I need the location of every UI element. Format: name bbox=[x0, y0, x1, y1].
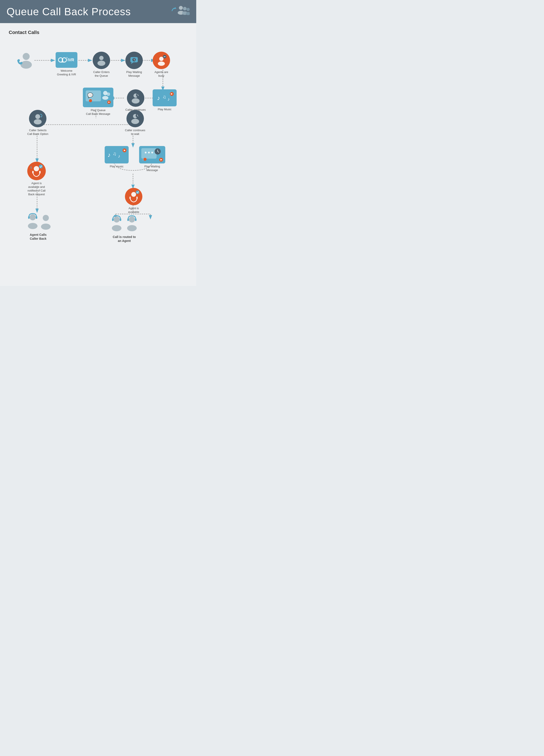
ivr-box: + IVR bbox=[56, 52, 77, 68]
svg-point-85 bbox=[148, 152, 150, 153]
call-routed-label: Call is routed toan Agent bbox=[113, 235, 136, 243]
page-header: Queue Call Back Process bbox=[0, 0, 196, 23]
agent-available-notified-node: Agent isavailable andnotified of CallBac… bbox=[27, 162, 46, 196]
caller-continues-wait2-node: Caller continuesto wait bbox=[125, 110, 145, 136]
svg-point-103 bbox=[112, 225, 121, 231]
play-queue-callback-node: 💬 Play QueueCall Back Message bbox=[83, 88, 113, 116]
callback-box-icon: 💬 bbox=[84, 89, 112, 106]
play-queue-callback-box: 💬 bbox=[83, 88, 113, 107]
play-music2-label: Play music bbox=[110, 165, 124, 168]
svg-point-92 bbox=[131, 192, 136, 197]
ivr-node: + IVR Welcome Greeting & IVR bbox=[56, 52, 77, 76]
svg-point-100 bbox=[43, 215, 49, 221]
play-waiting-msg1-node: Play WaitingMessage bbox=[125, 52, 143, 78]
svg-point-106 bbox=[129, 216, 135, 223]
contact-caller-node bbox=[15, 52, 34, 69]
svg-rect-98 bbox=[28, 216, 30, 219]
svg-rect-94 bbox=[136, 197, 137, 199]
svg-point-101 bbox=[41, 224, 51, 230]
svg-rect-104 bbox=[112, 218, 114, 221]
agent-notified-icon bbox=[29, 164, 44, 178]
svg-point-60 bbox=[89, 99, 92, 102]
play-music1-box: ♪ ♫ ♪ bbox=[153, 89, 177, 106]
svg-rect-93 bbox=[129, 197, 131, 199]
page-title: Queue Call Back Process bbox=[7, 6, 131, 18]
caller-selects-icon bbox=[32, 113, 44, 125]
caller-enters-queue-node: Caller Entersthe Queue bbox=[93, 52, 110, 78]
svg-point-96 bbox=[30, 214, 36, 220]
svg-point-97 bbox=[28, 223, 37, 229]
svg-point-27 bbox=[20, 61, 32, 69]
svg-text:💬: 💬 bbox=[87, 92, 93, 98]
music-icon1: ♪ ♫ ♪ bbox=[155, 91, 174, 105]
svg-point-86 bbox=[151, 152, 153, 153]
caller-selects-callback-circle bbox=[29, 110, 46, 127]
svg-point-107 bbox=[127, 225, 137, 231]
caller-continues-wait2-circle bbox=[126, 110, 144, 127]
svg-point-35 bbox=[97, 61, 105, 66]
call-routed-node: Call is routed toan Agent bbox=[102, 214, 146, 243]
svg-rect-99 bbox=[36, 216, 37, 219]
svg-point-41 bbox=[159, 57, 163, 61]
svg-text:♪: ♪ bbox=[157, 95, 160, 101]
caller-continues-wait1-circle bbox=[127, 89, 144, 107]
section-label: Contact Calls bbox=[9, 30, 187, 35]
play-music1-label: Play Music bbox=[158, 108, 171, 111]
agents-busy-node: Agents arebusy bbox=[153, 52, 170, 78]
svg-point-64 bbox=[34, 119, 42, 124]
agent-available-circle bbox=[125, 188, 142, 205]
play-waiting-msg1-circle bbox=[125, 52, 143, 69]
svg-point-42 bbox=[158, 61, 165, 66]
svg-text:♫: ♫ bbox=[113, 151, 116, 156]
agent-available-label: Agent isavailable bbox=[128, 207, 139, 214]
svg-point-95 bbox=[136, 190, 139, 194]
svg-point-1 bbox=[179, 6, 183, 10]
play-queue-callback-label: Play QueueCall Back Message bbox=[86, 109, 110, 116]
svg-point-102 bbox=[114, 216, 120, 223]
header-icon bbox=[170, 4, 190, 19]
svg-rect-105 bbox=[120, 218, 121, 221]
svg-text:♫: ♫ bbox=[162, 94, 166, 100]
svg-point-90 bbox=[39, 165, 43, 168]
svg-point-87 bbox=[34, 166, 39, 171]
svg-point-58 bbox=[102, 96, 108, 100]
ivr-label: Welcome Greeting & IVR bbox=[57, 69, 76, 76]
waiting-msg-icon bbox=[129, 55, 139, 66]
agents-busy-label: Agents arebusy bbox=[154, 70, 168, 78]
waiting-msg2-icon bbox=[140, 147, 164, 162]
play-waiting-msg2-label: Play WaitingMessage bbox=[144, 165, 160, 172]
main-content: Contact Calls bbox=[0, 23, 196, 286]
svg-point-63 bbox=[35, 114, 40, 119]
agent-available-icon bbox=[127, 190, 140, 203]
agent-calls-back-node: Agent CallsCaller Back bbox=[21, 212, 56, 241]
svg-point-59 bbox=[107, 92, 110, 96]
svg-rect-109 bbox=[135, 218, 136, 221]
svg-point-84 bbox=[145, 152, 146, 153]
svg-text:♪: ♪ bbox=[107, 151, 110, 158]
caller-enters-queue-circle bbox=[93, 52, 110, 69]
svg-text:♪: ♪ bbox=[167, 97, 170, 102]
caller-selects-callback-node: Caller SelectsCall Back Option bbox=[27, 110, 48, 136]
agent-calls-back-icon bbox=[21, 212, 56, 231]
agent-available-node: Agent isavailable bbox=[125, 188, 142, 214]
music-icon2: ♪ ♫ ♪ bbox=[106, 147, 127, 162]
play-music1-node: ♪ ♫ ♪ Play Music bbox=[153, 89, 177, 111]
svg-point-26 bbox=[23, 53, 30, 60]
play-waiting-msg2-node: Play WaitingMessage bbox=[139, 146, 165, 172]
svg-marker-37 bbox=[131, 62, 133, 64]
svg-rect-88 bbox=[32, 171, 34, 173]
flow-diagram: + IVR Welcome Greeting & IVR Caller Ente… bbox=[9, 40, 187, 279]
caller-selects-callback-label: Caller SelectsCall Back Option bbox=[27, 129, 48, 136]
svg-point-78 bbox=[143, 158, 146, 161]
play-music2-box: ♪ ♫ ♪ bbox=[105, 146, 129, 163]
agents-busy-icon bbox=[155, 54, 167, 66]
svg-text:IVR: IVR bbox=[68, 58, 74, 62]
svg-point-51 bbox=[132, 98, 139, 104]
svg-point-3 bbox=[183, 7, 186, 10]
svg-text:♪: ♪ bbox=[118, 154, 120, 158]
call-routed-icon bbox=[102, 214, 146, 234]
caller-icon bbox=[15, 52, 34, 69]
caller-wait2-icon bbox=[130, 113, 141, 124]
caller-continues-wait2-label: Caller continuesto wait bbox=[125, 129, 145, 136]
ivr-icon: + IVR bbox=[57, 53, 76, 66]
